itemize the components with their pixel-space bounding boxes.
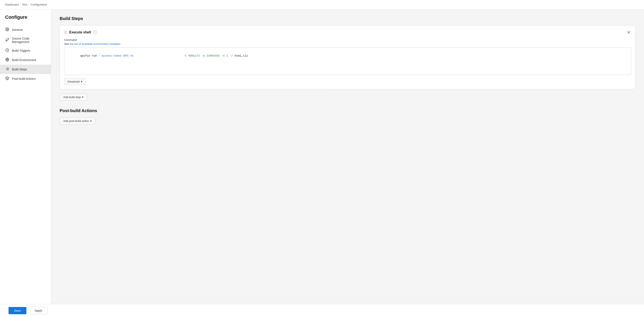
breadcrumb-test[interactable]: Test [22, 3, 27, 6]
breadcrumb-sep-2: › [28, 3, 29, 6]
sidebar: Configure General Source Code Management… [0, 9, 51, 316]
sidebar-item-build-steps[interactable]: Build Steps [0, 65, 51, 74]
sidebar-item-post-build[interactable]: Post-build Actions [0, 74, 51, 83]
chevron-down-icon: ▾ [81, 80, 82, 83]
build-steps-title: Build Steps [60, 16, 636, 21]
box-icon [5, 76, 9, 81]
step-header: ☰ Execute shell ? ✕ [64, 30, 631, 35]
remove-step-button[interactable]: ✕ [626, 30, 631, 35]
sidebar-item-general[interactable]: General [0, 25, 51, 34]
footer-bar: Save Apply [0, 304, 644, 316]
main-layout: Configure General Source Code Management… [0, 9, 644, 316]
sidebar-item-build-triggers-label: Build Triggers [12, 49, 30, 52]
sidebar-item-build-triggers[interactable]: Build Triggers [0, 46, 51, 55]
command-label: Command [64, 38, 631, 41]
sidebar-item-general-label: General [12, 28, 22, 31]
breadcrumb-configuration: Configuration [30, 3, 47, 6]
sidebar-item-build-environment[interactable]: Build Environment [0, 55, 51, 65]
advanced-button[interactable]: Advanced ▾ [64, 78, 86, 85]
add-build-step-button[interactable]: Add build step ▾ [60, 94, 87, 101]
advanced-label: Advanced [67, 80, 80, 83]
command-textarea[interactable]: apifox run --access-token APS-7d -t 4901… [64, 47, 631, 75]
sidebar-item-build-environment-label: Build Environment [12, 58, 36, 62]
breadcrumb-sep-1: › [20, 3, 21, 6]
clock-icon [5, 48, 9, 53]
list-icon [5, 67, 9, 72]
add-build-step-label: Add build step [63, 95, 81, 99]
add-post-build-chevron-icon: ▾ [90, 119, 92, 123]
execute-shell-card: ☰ Execute shell ? ✕ Command See the list… [60, 25, 636, 89]
step-header-left: ☰ Execute shell ? [64, 30, 97, 34]
globe-icon [5, 58, 9, 62]
sidebar-title: Configure [0, 14, 51, 25]
sidebar-item-source-code-label: Source Code Management [12, 37, 46, 44]
env-link-container: See the list of available environment va… [64, 42, 631, 45]
env-link-prefix: See [64, 42, 70, 45]
add-post-build-button[interactable]: Add post-build action ▾ [60, 117, 96, 124]
post-build-section: Post-build Actions Add post-build action… [60, 108, 636, 124]
sidebar-item-post-build-label: Post-build Actions [12, 77, 36, 80]
branch-icon [5, 38, 9, 42]
add-step-chevron-icon: ▾ [82, 95, 84, 99]
post-build-title: Post-build Actions [60, 108, 636, 113]
save-button[interactable]: Save [8, 307, 26, 314]
breadcrumb: Dashboard › Test › Configuration [0, 0, 644, 9]
add-post-build-label: Add post-build action [63, 119, 89, 123]
breadcrumb-dashboard[interactable]: Dashboard [5, 3, 19, 6]
execute-shell-title: Execute shell [69, 30, 91, 34]
svg-point-0 [7, 29, 8, 30]
sidebar-item-build-steps-label: Build Steps [12, 68, 27, 71]
gear-icon [5, 27, 9, 32]
env-link[interactable]: the list of available environment variab… [70, 42, 120, 45]
help-icon[interactable]: ? [93, 30, 97, 34]
sidebar-item-source-code[interactable]: Source Code Management [0, 34, 51, 46]
main-content: Build Steps ☰ Execute shell ? ✕ Command … [51, 9, 644, 316]
apply-button[interactable]: Apply [29, 307, 48, 315]
drag-handle-icon[interactable]: ☰ [64, 30, 67, 34]
